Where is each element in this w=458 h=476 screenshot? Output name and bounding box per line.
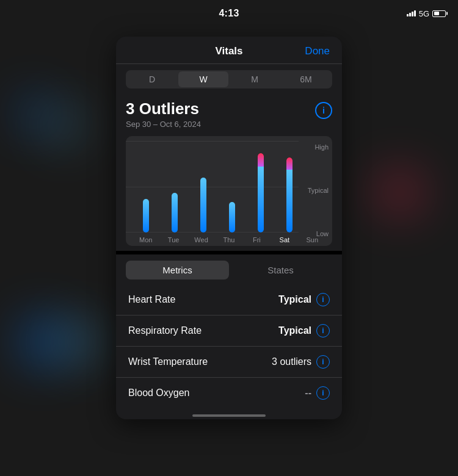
y-label-high: High <box>304 143 329 151</box>
bar-mon <box>143 199 149 233</box>
tab-W[interactable]: W <box>178 71 228 87</box>
bar-sat-combined <box>286 157 293 233</box>
bar-sat-blue <box>286 170 293 233</box>
metric-respiratory-rate-info[interactable]: i <box>316 324 330 337</box>
metric-wrist-temp-label: Wrist Temperature <box>128 356 208 367</box>
metric-blood-oxygen-value-wrap: -- i <box>305 386 330 400</box>
battery-fill <box>434 12 440 15</box>
y-label-low: Low <box>304 230 329 237</box>
metric-respiratory-rate: Respiratory Rate Typical i <box>116 316 342 347</box>
bar-fri-combined <box>258 153 264 233</box>
tab-D[interactable]: D <box>127 71 177 87</box>
metrics-list: Heart Rate Typical i Respiratory Rate Ty… <box>116 284 342 411</box>
outliers-header: 3 Outliers Sep 30 – Oct 6, 2024 i <box>126 99 332 129</box>
metric-wrist-temp-info[interactable]: i <box>316 355 330 369</box>
status-right: 5G <box>407 9 446 18</box>
bar-fri-top <box>258 153 264 167</box>
signal-bar-3 <box>412 12 413 16</box>
metric-wrist-temp-value: 3 outliers <box>272 356 311 367</box>
bar-fri-blue <box>258 167 264 233</box>
battery-icon <box>432 10 446 17</box>
metric-heart-rate-value: Typical <box>278 294 311 305</box>
tab-metrics[interactable]: Metrics <box>126 261 229 279</box>
outliers-title: 3 Outliers <box>126 99 201 118</box>
home-indicator <box>116 411 342 419</box>
metric-blood-oxygen-info[interactable]: i <box>316 386 330 400</box>
vitals-card: Vitals Done D W M 6M 3 Outliers Sep 30 –… <box>116 37 342 419</box>
done-button[interactable]: Done <box>305 45 330 57</box>
bar-wed <box>200 178 206 233</box>
signal-bar-1 <box>407 14 409 16</box>
bar-sat <box>286 157 293 233</box>
bg-blob-2 <box>61 323 98 360</box>
metric-heart-rate-label: Heart Rate <box>128 294 175 305</box>
signal-bar-4 <box>414 10 416 16</box>
metric-respiratory-rate-value: Typical <box>278 325 311 336</box>
header-title: Vitals <box>215 45 242 57</box>
home-bar <box>192 414 266 417</box>
metric-blood-oxygen-value: -- <box>305 388 311 398</box>
vitals-chart: High Typical Low Mon Tue Wed Thu Fri Sat… <box>126 136 332 246</box>
card-header: Vitals Done <box>116 37 342 64</box>
tab-6M[interactable]: 6M <box>281 71 331 87</box>
metric-respiratory-rate-value-wrap: Typical i <box>278 324 330 337</box>
bottom-tab-bar: Metrics States <box>126 254 332 284</box>
signal-bar-2 <box>409 13 411 16</box>
network-label: 5G <box>419 9 429 18</box>
bg-blob-4 <box>18 98 49 128</box>
metric-heart-rate: Heart Rate Typical i <box>116 284 342 316</box>
outliers-info-button[interactable]: i <box>315 102 332 119</box>
bg-blob-1 <box>18 317 67 366</box>
chart-y-labels: High Typical Low <box>302 141 332 250</box>
bg-blob-5 <box>49 110 79 140</box>
bar-thu-fill <box>229 202 235 233</box>
bar-fri <box>258 153 264 233</box>
bg-blob-3 <box>379 171 421 214</box>
bar-thu <box>229 202 235 233</box>
bar-wed-fill <box>200 178 206 233</box>
y-label-typical: Typical <box>304 187 329 194</box>
tab-states[interactable]: States <box>229 261 332 279</box>
tab-M[interactable]: M <box>230 71 280 87</box>
outliers-info: 3 Outliers Sep 30 – Oct 6, 2024 <box>126 99 201 129</box>
bar-mon-fill <box>143 199 149 233</box>
outliers-section: 3 Outliers Sep 30 – Oct 6, 2024 i <box>116 95 342 131</box>
metric-blood-oxygen: Blood Oxygen -- i <box>116 378 342 408</box>
metric-blood-oxygen-label: Blood Oxygen <box>128 388 190 398</box>
metric-wrist-temp-value-wrap: 3 outliers i <box>272 355 330 369</box>
outliers-date: Sep 30 – Oct 6, 2024 <box>126 120 201 129</box>
bar-tue <box>172 193 178 233</box>
status-bar: 4:13 5G <box>0 0 458 27</box>
status-time: 4:13 <box>219 8 239 19</box>
metric-wrist-temp: Wrist Temperature 3 outliers i <box>116 347 342 378</box>
metric-respiratory-rate-label: Respiratory Rate <box>128 325 202 336</box>
signal-bars <box>407 10 416 16</box>
bar-sat-top <box>286 157 293 170</box>
bar-tue-fill <box>172 193 178 233</box>
metric-heart-rate-value-wrap: Typical i <box>278 293 330 306</box>
time-tab-bar: D W M 6M <box>126 70 332 88</box>
chart-area: High Typical Low <box>126 141 332 250</box>
metric-heart-rate-info[interactable]: i <box>316 293 330 306</box>
